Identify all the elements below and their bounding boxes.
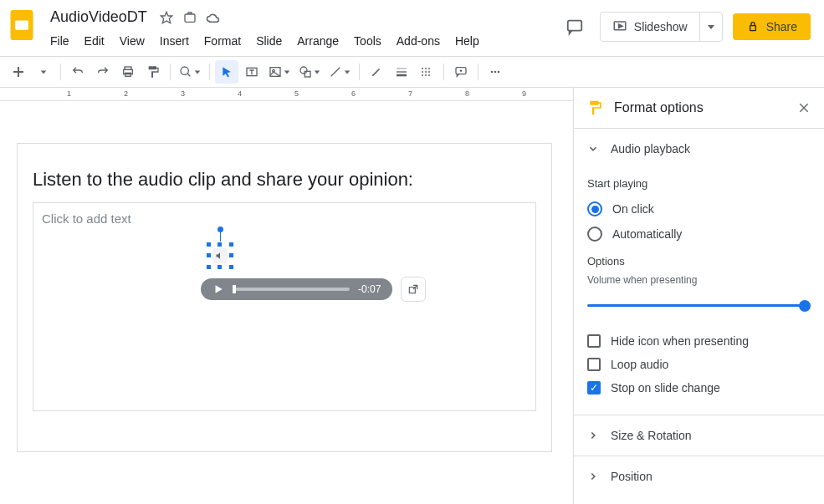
new-slide-button[interactable]	[7, 60, 30, 84]
svg-rect-4	[568, 21, 582, 31]
body-placeholder: Click to add text	[42, 211, 527, 226]
slide-canvas[interactable]: Listen to the audio clip and share your …	[17, 143, 552, 452]
chevron-right-icon	[587, 430, 599, 441]
resize-handle[interactable]	[206, 264, 212, 270]
svg-point-13	[181, 67, 188, 74]
menu-addons[interactable]: Add-ons	[390, 31, 447, 51]
comments-button[interactable]	[560, 12, 590, 42]
slideshow-label: Slideshow	[634, 20, 688, 33]
audio-player: -0:07	[201, 277, 426, 302]
svg-rect-12	[125, 73, 131, 76]
print-button[interactable]	[116, 60, 140, 84]
svg-marker-6	[618, 24, 622, 28]
options-label: Options	[587, 255, 811, 267]
menu-slide[interactable]: Slide	[249, 31, 289, 51]
svg-marker-21	[315, 70, 320, 74]
horizontal-ruler: 1 2 3 4 5 6 7 8 9	[0, 88, 573, 101]
line-tool[interactable]	[325, 60, 354, 84]
menu-view[interactable]: View	[113, 31, 151, 51]
new-slide-dropdown[interactable]	[32, 60, 55, 84]
svg-marker-27	[216, 285, 223, 293]
toolbar	[0, 56, 824, 88]
redo-button[interactable]	[91, 60, 115, 84]
app-logo[interactable]	[7, 10, 37, 40]
radio-automatically[interactable]: Automatically	[587, 221, 811, 247]
section-position[interactable]: Position	[574, 456, 824, 496]
svg-rect-1	[15, 20, 28, 29]
svg-marker-9	[41, 70, 46, 74]
star-icon[interactable]	[159, 10, 174, 25]
checkbox-icon	[587, 334, 601, 348]
menu-edit[interactable]: Edit	[78, 31, 111, 51]
resize-handle[interactable]	[228, 242, 234, 247]
svg-rect-8	[750, 26, 755, 31]
seek-track[interactable]	[233, 288, 350, 291]
comment-tool[interactable]	[449, 60, 473, 84]
volume-slider[interactable]	[587, 298, 811, 314]
svg-point-24	[491, 71, 494, 74]
checkbox-icon	[587, 358, 601, 371]
svg-marker-2	[161, 12, 171, 23]
slide-title[interactable]: Listen to the audio clip and share your …	[33, 169, 536, 191]
svg-point-25	[494, 71, 497, 74]
line-weight-icon[interactable]	[390, 60, 413, 84]
share-button[interactable]: Share	[733, 13, 811, 40]
section-audio-playback[interactable]: Audio playback	[574, 129, 824, 169]
svg-marker-18	[284, 70, 289, 74]
svg-marker-14	[195, 70, 200, 74]
menu-insert[interactable]: Insert	[153, 31, 196, 51]
zoom-button[interactable]	[176, 60, 204, 84]
volume-label: Volume when presenting	[587, 274, 811, 286]
resize-handle[interactable]	[228, 264, 234, 270]
sidebar-title: Format options	[614, 100, 787, 115]
document-title[interactable]: AudioVideoDT	[47, 7, 151, 28]
menu-arrange[interactable]: Arrange	[290, 31, 345, 51]
format-options-sidebar: Format options Audio playback Start play…	[573, 88, 824, 504]
speaker-icon	[212, 248, 228, 263]
svg-point-19	[300, 67, 307, 74]
resize-handle[interactable]	[228, 252, 234, 258]
radio-on-click[interactable]: On click	[587, 196, 811, 221]
move-icon[interactable]	[182, 10, 197, 25]
more-button[interactable]	[484, 60, 507, 84]
image-tool[interactable]	[265, 60, 294, 84]
check-stop-on-change[interactable]: Stop on slide change	[587, 376, 811, 400]
undo-button[interactable]	[66, 60, 90, 84]
radio-icon	[587, 227, 602, 242]
menu-format[interactable]: Format	[197, 31, 248, 51]
chevron-right-icon	[587, 471, 599, 482]
resize-handle[interactable]	[217, 264, 223, 270]
svg-rect-20	[305, 71, 310, 77]
resize-handle[interactable]	[206, 242, 212, 247]
line-dash-icon[interactable]	[415, 60, 438, 84]
time-remaining: -0:07	[358, 283, 381, 295]
share-label: Share	[766, 20, 797, 33]
start-playing-label: Start playing	[587, 177, 811, 190]
check-hide-icon[interactable]: Hide icon when presenting	[587, 329, 811, 353]
slideshow-dropdown[interactable]	[699, 13, 722, 41]
audio-object[interactable]	[209, 245, 231, 267]
textbox-tool[interactable]	[240, 60, 264, 84]
check-loop-audio[interactable]: Loop audio	[587, 353, 811, 376]
menu-file[interactable]: File	[44, 31, 76, 51]
section-label: Audio playback	[611, 142, 690, 155]
cloud-icon[interactable]	[206, 10, 221, 25]
format-options-icon	[587, 99, 604, 116]
menu-tools[interactable]: Tools	[347, 31, 388, 51]
shape-tool[interactable]	[295, 60, 324, 84]
section-size-rotation[interactable]: Size & Rotation	[574, 415, 824, 456]
paint-format-button[interactable]	[141, 60, 165, 84]
resize-handle[interactable]	[217, 242, 223, 247]
svg-marker-22	[345, 70, 350, 74]
popout-button[interactable]	[401, 277, 426, 302]
pen-icon[interactable]	[365, 60, 388, 84]
play-button[interactable]	[212, 283, 224, 295]
slide-body[interactable]: Click to add text	[33, 202, 536, 411]
resize-handle[interactable]	[206, 252, 212, 258]
svg-marker-7	[708, 25, 714, 29]
select-tool[interactable]	[215, 60, 238, 84]
slideshow-button[interactable]: Slideshow	[601, 13, 699, 41]
close-icon[interactable]	[797, 101, 811, 115]
menu-help[interactable]: Help	[448, 31, 486, 51]
menubar: File Edit View Insert Format Slide Arran…	[44, 28, 560, 51]
